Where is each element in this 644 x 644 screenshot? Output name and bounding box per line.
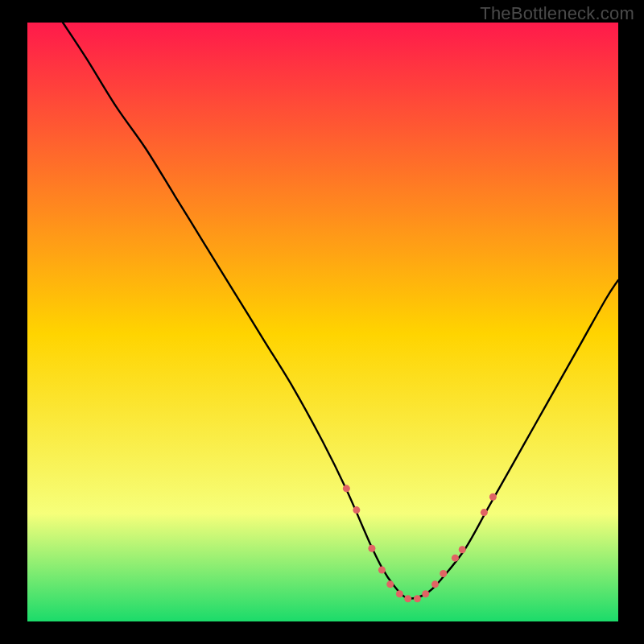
chart-stage: TheBottleneck.com: [0, 0, 644, 644]
marker-dot: [422, 590, 429, 597]
marker-dot: [404, 595, 411, 602]
marker-dot: [368, 545, 375, 552]
marker-dot: [414, 595, 421, 602]
plot-background: [27, 23, 618, 621]
watermark-text: TheBottleneck.com: [480, 3, 634, 24]
marker-dot: [481, 509, 488, 516]
marker-dot: [452, 555, 459, 562]
marker-dot: [459, 546, 466, 553]
marker-dot: [343, 485, 350, 492]
marker-dot: [353, 506, 360, 514]
marker-dot: [378, 567, 386, 574]
marker-dot: [431, 580, 439, 588]
marker-dot: [489, 493, 497, 501]
marker-dot: [386, 580, 394, 588]
marker-dot: [396, 590, 403, 597]
bottleneck-chart: [0, 0, 644, 644]
marker-dot: [440, 570, 447, 577]
